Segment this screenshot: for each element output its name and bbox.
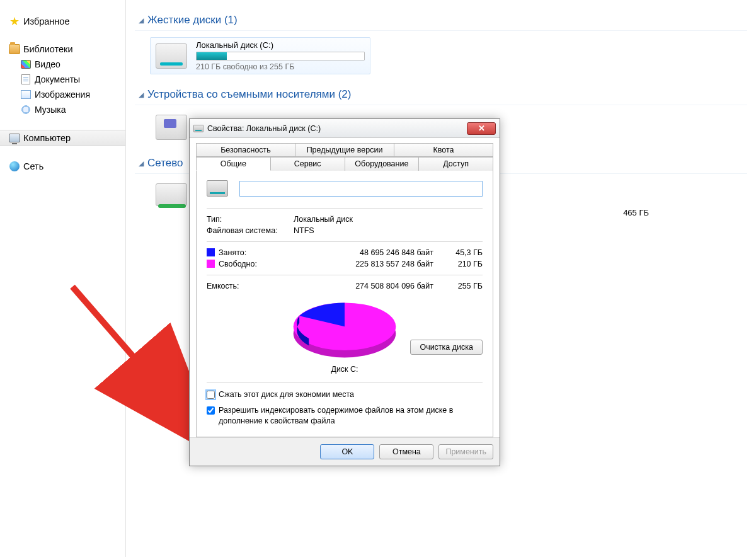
collapse-icon: ◢ — [139, 159, 144, 168]
tab-general[interactable]: Общие — [196, 157, 271, 171]
cap-h: 255 ГБ — [438, 282, 483, 290]
drive-c-name: Локальный диск (C:) — [196, 40, 365, 50]
nav-favorites[interactable]: ★ Избранное — [0, 14, 125, 29]
nav-network[interactable]: Сеть — [0, 159, 125, 174]
hdd-icon — [193, 125, 203, 132]
floppy-icon — [156, 115, 187, 140]
type-label: Тип: — [207, 215, 289, 224]
nav-network-label: Сеть — [23, 161, 43, 171]
tab-general-body: Тип: Локальный диск Файловая система: NT… — [196, 170, 493, 437]
cancel-button[interactable]: Отмена — [379, 444, 433, 459]
used-bytes: 48 695 246 848 байт — [294, 248, 433, 257]
document-icon — [20, 74, 32, 85]
video-icon — [20, 59, 32, 70]
index-checkbox[interactable] — [207, 406, 215, 415]
free-label: Свободно: — [219, 260, 257, 268]
nav-sidebar: ★ Избранное Библиотеки Видео Документы И… — [0, 0, 126, 557]
dialog-titlebar[interactable]: Свойства: Локальный диск (C:) ✕ — [190, 119, 500, 138]
nav-favorites-label: Избранное — [23, 16, 69, 26]
used-h: 45,3 ГБ — [438, 248, 483, 257]
tab-sharing[interactable]: Доступ — [419, 157, 493, 171]
music-icon — [20, 104, 32, 115]
nav-video[interactable]: Видео — [0, 57, 125, 72]
collapse-icon: ◢ — [139, 16, 144, 25]
index-checkbox-row[interactable]: Разрешить индексировать содержимое файло… — [207, 405, 483, 427]
disk-cleanup-button[interactable]: Очистка диска — [410, 340, 483, 355]
index-label: Разрешить индексировать содержимое файло… — [219, 405, 483, 427]
nav-music[interactable]: Музыка — [0, 102, 125, 117]
nav-documents[interactable]: Документы — [0, 72, 125, 87]
nav-computer[interactable]: Компьютер — [0, 130, 125, 146]
category-hdd-label: Жесткие диски (1) — [147, 14, 238, 26]
dialog-title: Свойства: Локальный диск (C:) — [207, 124, 463, 133]
nav-images[interactable]: Изображения — [0, 87, 125, 102]
cap-label: Емкость: — [207, 282, 289, 290]
close-button[interactable]: ✕ — [467, 122, 496, 135]
pie-label: Диск C: — [331, 365, 358, 374]
usage-pie: Очистка диска Диск C: — [207, 297, 483, 374]
free-bytes: 225 813 557 248 байт — [294, 260, 433, 268]
nav-video-label: Видео — [35, 59, 60, 69]
image-icon — [20, 89, 32, 100]
compress-label: Сжать этот диск для экономии места — [219, 389, 354, 400]
nav-music-label: Музыка — [35, 105, 66, 115]
nav-computer-label: Компьютер — [23, 133, 71, 143]
apply-button[interactable]: Применить — [438, 444, 493, 459]
dialog-footer: OK Отмена Применить — [190, 437, 500, 466]
free-h: 210 ГБ — [438, 260, 483, 268]
drive-c-free: 210 ГБ свободно из 255 ГБ — [196, 62, 365, 71]
drive-c[interactable]: Локальный диск (C:) 210 ГБ свободно из 2… — [150, 37, 370, 74]
category-hdd[interactable]: ◢ Жесткие диски (1) — [135, 10, 747, 31]
tabrow-primary: Общие Сервис Оборудование Доступ — [196, 157, 493, 171]
tab-hardware[interactable]: Оборудование — [345, 157, 420, 171]
drive-c-usage-bar — [196, 52, 365, 60]
compress-checkbox-row[interactable]: Сжать этот диск для экономии места — [207, 389, 483, 400]
computer-icon — [9, 132, 20, 144]
drive-name-input[interactable] — [239, 181, 483, 197]
tab-previous-versions[interactable]: Предыдущие версии — [295, 143, 394, 157]
tab-security[interactable]: Безопасность — [196, 143, 295, 157]
free-swatch-icon — [207, 260, 215, 268]
folder-icon — [9, 43, 20, 55]
fs-value: NTFS — [294, 226, 433, 235]
tabrow-secondary: Безопасность Предыдущие версии Квота — [196, 143, 493, 157]
star-icon: ★ — [9, 16, 20, 27]
network-drive-icon — [156, 183, 187, 206]
nav-documents-label: Документы — [35, 74, 80, 84]
type-value: Локальный диск — [294, 215, 433, 224]
close-icon: ✕ — [478, 123, 485, 133]
category-removable-label: Устройства со съемными носителями (2) — [147, 88, 351, 101]
hdd-icon — [156, 43, 187, 69]
compress-checkbox[interactable] — [207, 391, 215, 399]
network-icon — [9, 161, 20, 172]
nav-images-label: Изображения — [35, 89, 90, 100]
hdd-icon — [207, 180, 228, 197]
nav-libraries-label: Библиотеки — [23, 44, 73, 54]
ok-button[interactable]: OK — [320, 444, 374, 459]
nav-libraries[interactable]: Библиотеки — [0, 42, 125, 57]
category-network-label: Сетево — [147, 157, 183, 169]
collapse-icon: ◢ — [139, 91, 144, 99]
cap-bytes: 274 508 804 096 байт — [294, 282, 433, 290]
fs-label: Файловая система: — [207, 226, 289, 235]
used-swatch-icon — [207, 248, 215, 256]
category-removable[interactable]: ◢ Устройства со съемными носителями (2) — [135, 84, 747, 105]
tab-quota[interactable]: Квота — [394, 143, 493, 157]
used-label: Занято: — [219, 248, 246, 257]
tab-tools[interactable]: Сервис — [271, 157, 345, 171]
properties-dialog: Свойства: Локальный диск (C:) ✕ Безопасн… — [189, 118, 500, 466]
